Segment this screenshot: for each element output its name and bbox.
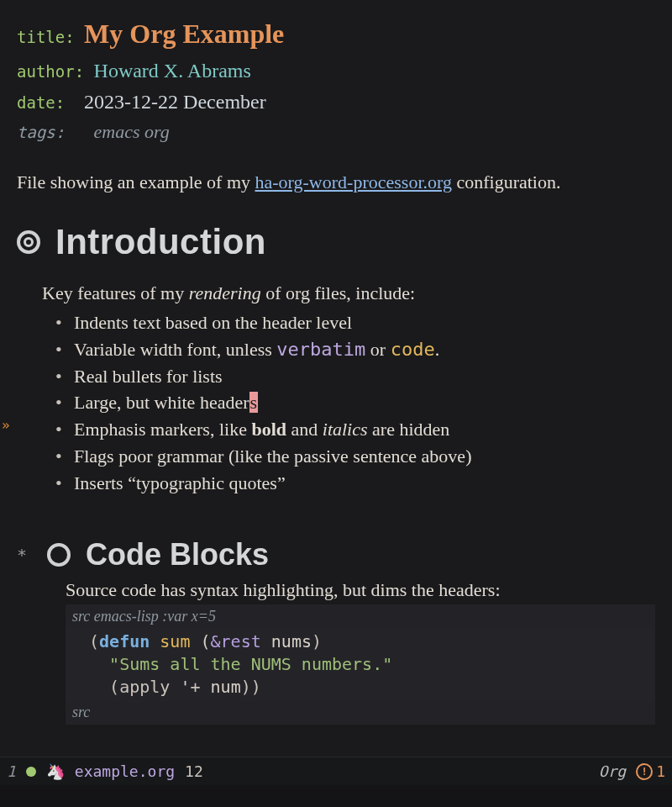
heading-star: * <box>17 545 27 565</box>
tags-key: tags: <box>17 123 65 141</box>
list-item: Real bullets for lists <box>55 363 655 390</box>
list-item: Large, but white headers <box>55 389 655 416</box>
title-value: My Org Example <box>84 18 284 49</box>
heading-text: Introduction <box>55 222 266 262</box>
window-number: 1 <box>7 762 16 780</box>
author-value: Howard X. Abrams <box>94 60 251 82</box>
author-key: author <box>17 62 75 81</box>
editor-buffer[interactable]: title: My Org Example author: Howard X. … <box>0 0 672 757</box>
warning-count: 1 <box>656 762 665 780</box>
heading-bullet-icon <box>47 543 71 567</box>
fringe-indicator-icon: » <box>2 417 10 433</box>
list-item: Inserts “typographic quotes” <box>55 470 655 497</box>
section-introduction: Introduction Key features of my renderin… <box>17 222 655 497</box>
features-list: Indents text based on the header level V… <box>55 309 655 497</box>
line-number: 12 <box>185 762 203 780</box>
major-mode[interactable]: Org <box>599 762 627 780</box>
src-block: src emacs-lisp :var x=5 (defun sum (&res… <box>66 604 655 725</box>
list-item: Emphasis markers, like bold and italics … <box>55 416 655 443</box>
heading-code-blocks[interactable]: * Code Blocks <box>17 537 655 572</box>
buffer-name[interactable]: example.org <box>75 762 175 780</box>
verbatim-text: verbatim <box>276 339 365 360</box>
src-block-header: src emacs-lisp :var x=5 <box>66 606 655 627</box>
date-value: 2023-12-22 December <box>84 91 266 113</box>
section-code-blocks: * Code Blocks Source code has syntax hig… <box>17 537 655 725</box>
meta-date-line: date: 2023-12-22 December <box>17 87 655 118</box>
meta-author-line: author: Howard X. Abrams <box>17 55 655 87</box>
heading-bullet-icon <box>17 230 40 254</box>
code-body[interactable]: (defun sum (&rest nums) "Sums all the NU… <box>66 627 655 702</box>
warning-icon: ! <box>636 763 653 780</box>
list-item: Indents text based on the header level <box>55 309 655 336</box>
heading-text: Code Blocks <box>86 537 269 572</box>
meta-tags-line: tags: emacs org <box>17 118 655 146</box>
intro-paragraph: File showing an example of my ha-org-wor… <box>17 170 655 195</box>
src-intro-text: Source code has syntax highlighting, but… <box>66 579 655 601</box>
list-item: Variable width font, unless verbatim or … <box>55 336 655 363</box>
flycheck-indicator[interactable]: ! 1 <box>636 762 665 780</box>
text-cursor: s <box>249 392 259 413</box>
tags-value: emacs org <box>94 121 170 142</box>
modified-indicator-icon <box>26 767 36 777</box>
mode-line[interactable]: 1 🦄 example.org 12 Org ! 1 <box>0 757 672 785</box>
heading-introduction[interactable]: Introduction <box>17 222 655 262</box>
features-lead: Key features of my rendering of org file… <box>42 282 655 304</box>
config-link[interactable]: ha-org-word-processor.org <box>255 171 452 193</box>
src-block-footer: src <box>66 702 655 723</box>
meta-title-line: title: My Org Example <box>17 13 655 55</box>
mode-icon: 🦄 <box>46 762 65 780</box>
date-key: date <box>17 93 55 112</box>
minibuffer[interactable] <box>0 785 672 807</box>
title-key: title <box>17 28 65 46</box>
list-item: Flags poor grammar (like the passive sen… <box>55 443 655 470</box>
code-text: code <box>391 339 435 360</box>
